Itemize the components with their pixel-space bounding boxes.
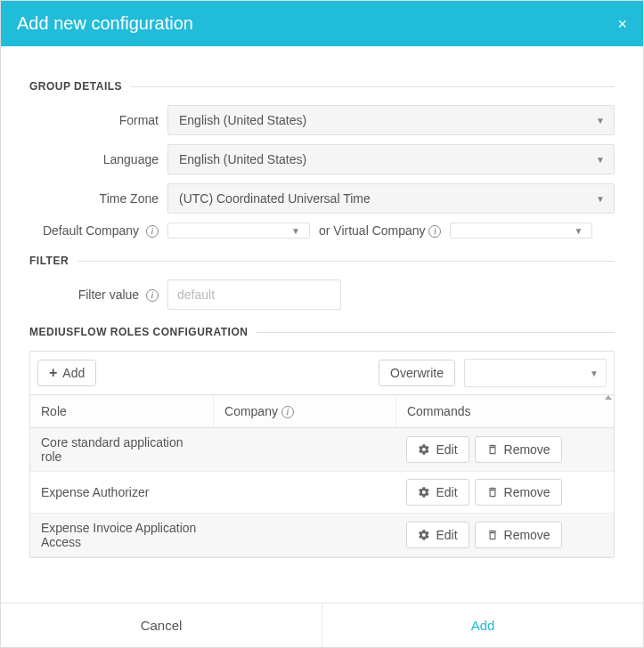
select-format-value: English (United States) (179, 113, 306, 127)
trash-icon (486, 486, 499, 498)
remove-button[interactable]: Remove (475, 436, 562, 463)
th-company: Company i (214, 395, 396, 428)
roles-table: Role Company i Commands Core standard ap… (30, 394, 614, 557)
dialog-header: Add new configuration × (1, 1, 643, 46)
select-timezone-value: (UTC) Coordinated Universal Time (179, 191, 371, 206)
cell-company (214, 472, 396, 514)
roles-container: + Add Overwrite ▼ Role Company i Command… (29, 351, 615, 558)
overwrite-button-label: Overwrite (390, 366, 444, 380)
th-commands: Commands (395, 395, 592, 428)
section-title-text: GROUP DETAILS (29, 80, 122, 93)
select-virtual-company[interactable]: ▼ (450, 223, 592, 239)
section-title-roles: MEDIUSFLOW ROLES CONFIGURATION (29, 326, 615, 338)
label-filter-value: Filter value i (29, 288, 167, 302)
chevron-down-icon: ▼ (575, 226, 583, 236)
section-title-group-details: GROUP DETAILS (29, 80, 615, 93)
scroll-cell (592, 472, 614, 514)
row-format: Format English (United States) ▼ (29, 105, 615, 135)
add-role-button[interactable]: + Add (37, 360, 96, 386)
section-title-filter: FILTER (29, 255, 615, 267)
row-timezone: Time Zone (UTC) Coordinated Universal Ti… (29, 183, 615, 214)
select-language-value: English (United States) (179, 152, 306, 166)
table-row: Expense Authorizer Edit Remove (30, 472, 614, 514)
label-timezone: Time Zone (29, 191, 167, 206)
info-icon[interactable]: i (281, 406, 294, 418)
edit-button-label: Edit (436, 442, 457, 457)
chevron-down-icon: ▼ (596, 194, 605, 204)
trash-icon (486, 529, 499, 541)
cell-role: Core standard application role (30, 428, 214, 472)
overwrite-select[interactable]: ▼ (464, 359, 607, 387)
plus-icon: + (49, 366, 57, 380)
scroll-up-icon[interactable] (605, 395, 612, 400)
overwrite-button[interactable]: Overwrite (379, 360, 455, 386)
chevron-down-icon: ▼ (596, 116, 605, 126)
cancel-button[interactable]: Cancel (1, 603, 322, 647)
divider (131, 86, 615, 87)
cell-company (214, 428, 396, 472)
info-icon[interactable]: i (146, 225, 159, 238)
info-icon[interactable]: i (146, 289, 159, 302)
table-row: Core standard application role Edit Remo… (30, 428, 614, 472)
trash-icon (486, 443, 499, 456)
cell-commands: Edit Remove (395, 428, 592, 472)
select-timezone[interactable]: (UTC) Coordinated Universal Time ▼ (167, 183, 615, 214)
cell-role: Expense Authorizer (30, 472, 214, 514)
roles-toolbar: + Add Overwrite ▼ (30, 352, 614, 394)
table-row: Expense Invoice Application Access Edit … (30, 514, 614, 557)
info-icon[interactable]: i (428, 225, 441, 238)
remove-button[interactable]: Remove (475, 479, 562, 506)
row-default-company: Default Company i ▼ or Virtual Company i… (29, 223, 615, 239)
label-language: Language (29, 152, 167, 166)
row-filter-value: Filter value i (29, 279, 615, 310)
label-format: Format (29, 113, 167, 127)
gear-icon (418, 486, 430, 498)
dialog-body: GROUP DETAILS Format English (United Sta… (1, 46, 643, 603)
remove-button-label: Remove (504, 485, 550, 499)
label-or-virtual-company-text: or Virtual Company (319, 223, 426, 238)
edit-button-label: Edit (436, 485, 457, 499)
edit-button[interactable]: Edit (406, 522, 469, 548)
select-default-company[interactable]: ▼ (167, 223, 310, 239)
dialog-title: Add new configuration (17, 13, 193, 34)
cell-role: Expense Invoice Application Access (30, 514, 214, 557)
label-default-company-text: Default Company (43, 223, 139, 238)
divider (77, 261, 615, 262)
edit-button[interactable]: Edit (406, 436, 469, 463)
chevron-down-icon: ▼ (291, 226, 300, 236)
label-filter-value-text: Filter value (78, 288, 139, 302)
label-or-virtual-company: or Virtual Company i (310, 223, 450, 238)
remove-button-label: Remove (504, 442, 550, 457)
cell-company (214, 514, 396, 557)
edit-button[interactable]: Edit (406, 479, 469, 506)
scroll-cell (592, 514, 614, 557)
select-format[interactable]: English (United States) ▼ (167, 105, 615, 135)
dialog-footer: Cancel Add (1, 603, 643, 647)
chevron-down-icon: ▼ (590, 369, 599, 378)
filter-value-input[interactable] (167, 279, 341, 310)
remove-button-label: Remove (504, 528, 550, 542)
gear-icon (418, 529, 430, 541)
scroll-cell (592, 428, 614, 472)
cell-commands: Edit Remove (395, 472, 592, 514)
th-company-text: Company (224, 404, 278, 418)
scroll-col (592, 395, 614, 428)
edit-button-label: Edit (436, 528, 457, 542)
add-button[interactable]: Add (322, 603, 643, 647)
chevron-down-icon: ▼ (596, 155, 605, 165)
section-title-text: MEDIUSFLOW ROLES CONFIGURATION (29, 326, 248, 338)
label-default-company: Default Company i (29, 223, 167, 238)
gear-icon (418, 443, 430, 456)
section-title-text: FILTER (29, 255, 69, 267)
remove-button[interactable]: Remove (475, 522, 562, 548)
add-role-button-label: Add (62, 366, 85, 380)
th-role: Role (30, 395, 214, 428)
cell-commands: Edit Remove (395, 514, 592, 557)
row-language: Language English (United States) ▼ (29, 144, 615, 174)
divider (257, 332, 615, 333)
close-icon[interactable]: × (617, 16, 627, 32)
select-language[interactable]: English (United States) ▼ (167, 144, 615, 174)
